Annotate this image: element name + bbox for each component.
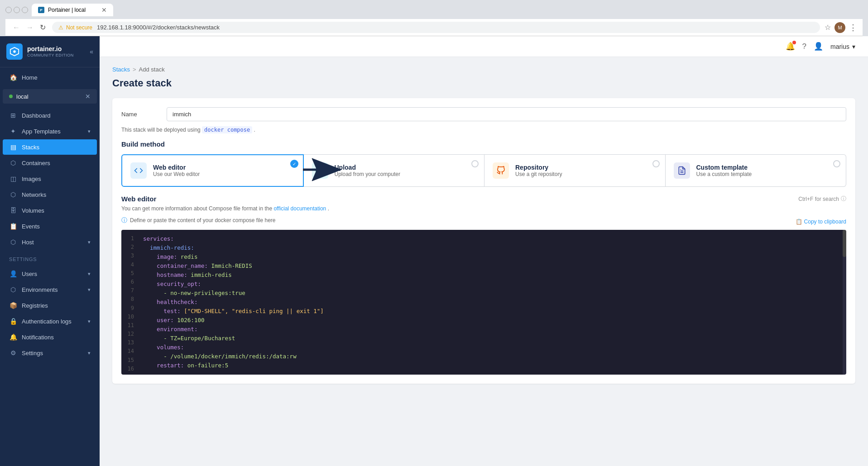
method-card-web-editor[interactable]: Web editor Use our Web editor ✓ — [121, 154, 304, 187]
sidebar-events-label: Events — [22, 223, 91, 230]
upload-radio[interactable] — [471, 160, 479, 167]
search-hint-icon: ⓘ — [841, 195, 846, 203]
sidebar-item-containers[interactable]: ⬡ Containers — [3, 155, 97, 171]
browser-controls — [5, 7, 28, 13]
sidebar-containers-label: Containers — [22, 160, 91, 166]
dashboard-icon: ⊞ — [9, 112, 17, 119]
editor-section-title: Web editor — [121, 195, 156, 203]
copy-icon: 📋 — [796, 219, 802, 225]
browser-chrome: P Portainer | local ✕ ← → ↻ ⚠ Not secure… — [0, 0, 868, 36]
sidebar-item-environments[interactable]: ⬡ Environments ▾ — [3, 282, 97, 297]
sidebar-item-images[interactable]: ◫ Images — [3, 171, 97, 186]
custom-template-radio[interactable] — [833, 160, 840, 167]
sidebar-item-events[interactable]: 📋 Events — [3, 219, 97, 234]
repository-icon — [493, 162, 509, 179]
page-title: Create stack — [112, 77, 855, 89]
editor-search-hint: Ctrl+F for search ⓘ — [798, 195, 846, 203]
browser-tab[interactable]: P Portainer | local ✕ — [32, 4, 113, 16]
volumes-icon: 🗄 — [9, 207, 17, 214]
sidebar-networks-label: Networks — [22, 191, 91, 198]
nav-arrows: ← → ↻ — [11, 22, 48, 33]
notifications-bell-icon[interactable]: 🔔 — [786, 42, 795, 51]
tab-favicon: P — [38, 7, 44, 13]
topbar-username: marius — [830, 43, 849, 50]
method-card-custom-template[interactable]: Custom template Use a custom template — [666, 154, 847, 187]
portainer-logo-icon — [6, 43, 23, 60]
sidebar-item-dashboard[interactable]: ⊞ Dashboard — [3, 108, 97, 123]
env-name-label: local — [16, 93, 82, 100]
back-button[interactable]: ← — [11, 23, 22, 33]
address-bar[interactable]: ⚠ Not secure 192.168.1.18:9000/#/2/docke… — [52, 22, 820, 33]
notification-badge — [792, 41, 796, 44]
tab-close-button[interactable]: ✕ — [101, 6, 107, 14]
copy-label: Copy to clipboard — [804, 219, 846, 225]
sidebar-item-host[interactable]: ⬡ Host ▾ — [3, 234, 97, 250]
networks-icon: ⬡ — [9, 191, 17, 198]
official-documentation-link[interactable]: official documentation — [273, 205, 326, 212]
code-editor-inner: 1234567891011121314151617181920 services… — [121, 230, 846, 375]
web-editor-title: Web editor — [153, 164, 200, 171]
editor-hint-text: Define or paste the content of your dock… — [130, 217, 276, 223]
browser-top: P Portainer | local ✕ — [5, 4, 863, 16]
repository-info: Repository Use a git repository — [515, 164, 562, 177]
info-icon: ⓘ — [121, 216, 127, 224]
web-editor-section: Web editor Ctrl+F for search ⓘ You can g… — [121, 195, 846, 375]
scrollbar-track[interactable] — [843, 230, 846, 375]
env-close-button[interactable]: ✕ — [85, 93, 91, 100]
sidebar-stacks-label: Stacks — [22, 144, 91, 151]
sidebar-item-app-templates[interactable]: ✦ App Templates ▾ — [3, 124, 97, 139]
tab-title: Portainer | local — [48, 7, 86, 13]
environments-icon: ⬡ — [9, 286, 17, 293]
upload-info: Upload Upload from your computer — [335, 164, 400, 177]
sidebar-item-volumes[interactable]: 🗄 Volumes — [3, 203, 97, 218]
sidebar-env-section: ⊞ Dashboard ✦ App Templates ▾ ▤ Stacks ⬡… — [0, 105, 100, 252]
help-icon[interactable]: ? — [802, 42, 806, 51]
breadcrumb-current: Add stack — [139, 66, 165, 73]
breadcrumb-stacks-link[interactable]: Stacks — [112, 66, 130, 73]
editor-hint: ⓘ Define or paste the content of your do… — [121, 216, 276, 224]
close-button[interactable] — [22, 7, 28, 13]
user-icon[interactable]: 👤 — [814, 42, 823, 51]
sidebar-item-users[interactable]: 👤 Users ▾ — [3, 266, 97, 281]
browser-profile-avatar[interactable]: M — [834, 22, 845, 33]
custom-template-desc: Use a custom template — [696, 171, 752, 177]
code-content[interactable]: services: immich-redis: image: redis con… — [139, 230, 846, 375]
app-templates-arrow-icon: ▾ — [88, 128, 91, 134]
sidebar-item-home[interactable]: 🏠 Home — [3, 70, 97, 85]
sidebar-item-notifications[interactable]: 🔔 Notifications — [3, 329, 97, 345]
scrollbar-thumb[interactable] — [843, 230, 846, 257]
sidebar-env-item[interactable]: local ✕ — [3, 89, 97, 104]
bookmark-icon[interactable]: ☆ — [825, 23, 831, 32]
custom-template-title: Custom template — [696, 164, 752, 171]
method-card-repository[interactable]: Repository Use a git repository — [484, 154, 666, 187]
upload-desc: Upload from your computer — [335, 171, 400, 177]
browser-menu-icon[interactable]: ⋮ — [849, 23, 857, 33]
build-methods: Web editor Use our Web editor ✓ — [121, 154, 846, 187]
restore-button[interactable] — [14, 7, 20, 13]
sidebar-item-networks[interactable]: ⬡ Networks — [3, 187, 97, 202]
code-editor[interactable]: 1234567891011121314151617181920 services… — [121, 230, 846, 375]
forward-button[interactable]: → — [24, 23, 35, 33]
sidebar-auth-logs-label: Authentication logs — [22, 318, 83, 325]
topbar-user[interactable]: marius ▾ — [830, 43, 855, 50]
copy-to-clipboard-button[interactable]: 📋 Copy to clipboard — [796, 219, 846, 225]
sidebar-app-templates-label: App Templates — [22, 128, 83, 135]
settings-section-label: Settings — [0, 252, 100, 264]
sidebar-item-stacks[interactable]: ▤ Stacks — [3, 139, 97, 155]
sidebar-users-label: Users — [22, 271, 83, 277]
sidebar-collapse-button[interactable]: « — [90, 48, 93, 55]
web-editor-info: Web editor Use our Web editor — [153, 164, 200, 177]
repository-radio[interactable] — [652, 160, 660, 167]
name-form-row: Name — [121, 107, 846, 121]
stack-form-card: Name This stack will be deployed using d… — [112, 98, 855, 384]
editor-header: Web editor Ctrl+F for search ⓘ — [121, 195, 846, 203]
sidebar-item-auth-logs[interactable]: 🔒 Authentication logs ▾ — [3, 314, 97, 329]
upload-icon — [312, 162, 328, 179]
sidebar-settings-section: 👤 Users ▾ ⬡ Environments ▾ 📦 Registries … — [0, 264, 100, 363]
sidebar-item-registries[interactable]: 📦 Registries — [3, 298, 97, 313]
name-input[interactable] — [167, 107, 846, 121]
minimize-button[interactable] — [5, 7, 12, 13]
sidebar-item-settings[interactable]: ⚙ Settings ▾ — [3, 345, 97, 361]
method-card-upload[interactable]: Upload Upload from your computer — [304, 154, 485, 187]
reload-button[interactable]: ↻ — [38, 22, 48, 33]
